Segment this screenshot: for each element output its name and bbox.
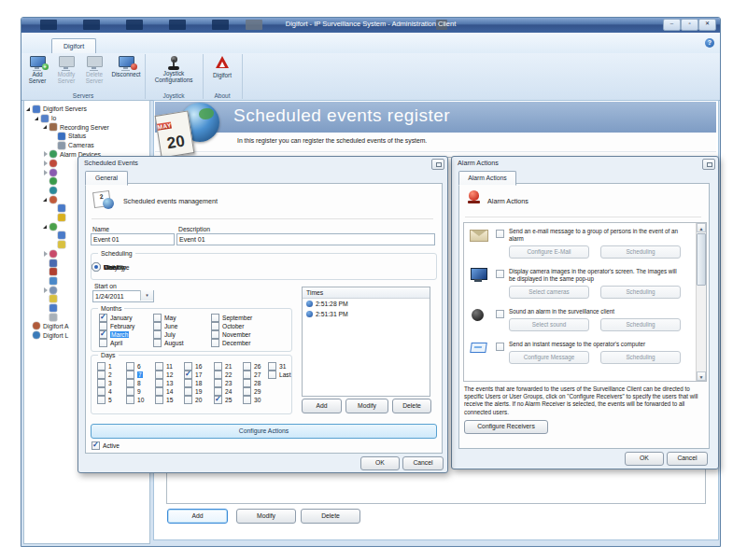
expander-icon[interactable] xyxy=(25,105,33,113)
action-checkbox[interactable] xyxy=(496,270,504,278)
expander-icon[interactable] xyxy=(34,115,41,122)
day-checkbox[interactable]: 14 xyxy=(155,387,173,396)
expander-icon[interactable] xyxy=(42,150,49,158)
expander-icon[interactable] xyxy=(25,331,33,339)
expander-icon[interactable] xyxy=(42,160,49,167)
scroll-up-icon[interactable]: ▲ xyxy=(697,223,706,232)
action-config-button[interactable]: Configure E-Mail xyxy=(509,245,589,259)
tree-item[interactable]: lo xyxy=(24,114,149,123)
action-checkbox[interactable] xyxy=(496,230,504,238)
expander-icon[interactable] xyxy=(42,277,49,285)
help-button[interactable]: ? xyxy=(705,38,714,48)
expander-icon[interactable] xyxy=(42,304,49,312)
day-checkbox[interactable]: 25 xyxy=(214,396,232,404)
month-checkbox[interactable]: November xyxy=(211,330,252,339)
expander-icon[interactable] xyxy=(25,322,33,329)
day-checkbox[interactable]: 21 xyxy=(214,362,232,371)
expander-icon[interactable] xyxy=(42,268,49,275)
expander-icon[interactable] xyxy=(42,177,49,185)
tree-item[interactable]: Cameras xyxy=(24,141,149,150)
month-checkbox[interactable]: March xyxy=(99,330,134,339)
add-event-button[interactable]: Add xyxy=(167,509,228,524)
time-item[interactable]: 2:51:28 PM xyxy=(303,299,430,309)
digifort-about-button[interactable]: Digifort xyxy=(208,56,236,90)
month-checkbox[interactable]: December xyxy=(211,339,252,347)
expander-icon[interactable] xyxy=(42,259,49,267)
month-checkbox[interactable]: April xyxy=(99,339,134,347)
day-checkbox[interactable]: 20 xyxy=(184,396,202,404)
day-checkbox[interactable]: 7 xyxy=(126,371,144,379)
cancel-button[interactable]: Cancel xyxy=(402,456,444,470)
action-config-button[interactable]: Configure Message xyxy=(509,351,589,364)
day-checkbox[interactable]: 15 xyxy=(155,396,173,404)
start-on-field[interactable]: ▾ xyxy=(92,290,154,302)
expander-icon[interactable] xyxy=(42,187,49,194)
configure-receivers-button[interactable]: Configure Receivers xyxy=(464,420,548,434)
action-config-button[interactable]: Select cameras xyxy=(509,286,589,299)
expander-icon[interactable] xyxy=(42,123,49,131)
tab-alarm-actions[interactable]: Alarm Actions xyxy=(458,171,516,186)
day-checkbox[interactable]: 19 xyxy=(184,387,202,396)
ok-button[interactable]: OK xyxy=(625,452,664,466)
expander-icon[interactable] xyxy=(42,223,49,231)
day-checkbox[interactable]: 27 xyxy=(243,371,261,379)
action-config-button[interactable]: Select sound xyxy=(509,318,589,331)
tree-item[interactable]: Status xyxy=(24,132,149,141)
time-item[interactable]: 2:51:31 PM xyxy=(303,309,430,319)
ok-button[interactable]: OK xyxy=(360,456,400,470)
delete-event-button[interactable]: Delete xyxy=(301,509,360,524)
action-scheduling-button[interactable]: Scheduling xyxy=(600,351,681,364)
month-checkbox[interactable]: June xyxy=(153,322,184,330)
month-checkbox[interactable]: September xyxy=(211,314,252,322)
expander-icon[interactable] xyxy=(42,250,49,258)
day-checkbox[interactable]: 1 xyxy=(97,362,112,371)
date-picker-dropdown[interactable]: ▾ xyxy=(140,290,153,301)
dialog-close-button[interactable] xyxy=(702,159,715,170)
tab-general[interactable]: General xyxy=(85,171,128,186)
dialog-close-button[interactable] xyxy=(431,159,444,170)
month-checkbox[interactable]: January xyxy=(99,314,134,322)
close-button[interactable]: ✕ xyxy=(698,19,716,31)
expander-icon[interactable] xyxy=(42,169,49,176)
expander-icon[interactable] xyxy=(50,204,58,212)
tree-item[interactable]: Recording Server xyxy=(24,122,149,132)
day-checkbox[interactable]: 26 xyxy=(243,362,261,371)
joystick-configurations-button[interactable]: Joystick Configurations xyxy=(148,56,199,90)
day-checkbox[interactable]: 30 xyxy=(243,396,261,404)
add-server-button[interactable]: + Add Server xyxy=(24,56,50,90)
name-field[interactable] xyxy=(91,233,175,245)
tree-item[interactable]: Digifort Servers xyxy=(24,105,149,114)
day-checkbox[interactable]: 17 xyxy=(184,371,202,379)
maximize-button[interactable]: ▫ xyxy=(681,19,698,31)
time-modify-button[interactable]: Modify xyxy=(345,399,388,413)
tab-digifort[interactable]: Digifort xyxy=(51,38,96,54)
description-field[interactable] xyxy=(176,233,435,245)
configure-actions-button[interactable]: Configure Actions xyxy=(91,424,437,439)
expander-icon[interactable] xyxy=(50,214,58,221)
scroll-down-icon[interactable]: ▼ xyxy=(697,371,706,381)
day-checkbox[interactable]: 9 xyxy=(126,387,144,396)
expander-icon[interactable] xyxy=(50,142,58,149)
expander-icon[interactable] xyxy=(50,133,58,140)
expander-icon[interactable] xyxy=(42,295,49,302)
time-delete-button[interactable]: Delete xyxy=(392,399,431,413)
month-checkbox[interactable]: May xyxy=(153,314,184,322)
scrollbar[interactable]: ▲ ▼ xyxy=(696,223,706,381)
day-checkbox[interactable]: 29 xyxy=(243,387,261,396)
action-checkbox[interactable] xyxy=(496,310,504,318)
day-checkbox[interactable]: 18 xyxy=(184,379,202,387)
day-checkbox[interactable]: 11 xyxy=(155,362,173,371)
action-scheduling-button[interactable]: Scheduling xyxy=(600,245,681,259)
day-checkbox[interactable]: 5 xyxy=(97,396,112,404)
month-checkbox[interactable]: August xyxy=(153,339,184,347)
day-checkbox[interactable]: 28 xyxy=(243,379,261,387)
month-checkbox[interactable]: July xyxy=(153,330,184,339)
modify-server-button[interactable]: Modify Server xyxy=(53,56,79,90)
expander-icon[interactable] xyxy=(50,241,58,248)
expander-icon[interactable] xyxy=(42,314,49,321)
time-add-button[interactable]: Add xyxy=(302,399,342,413)
day-checkbox[interactable]: 2 xyxy=(97,371,112,379)
minimize-button[interactable]: – xyxy=(663,19,681,31)
month-checkbox[interactable]: October xyxy=(211,322,252,330)
day-checkbox[interactable]: 12 xyxy=(155,371,173,379)
